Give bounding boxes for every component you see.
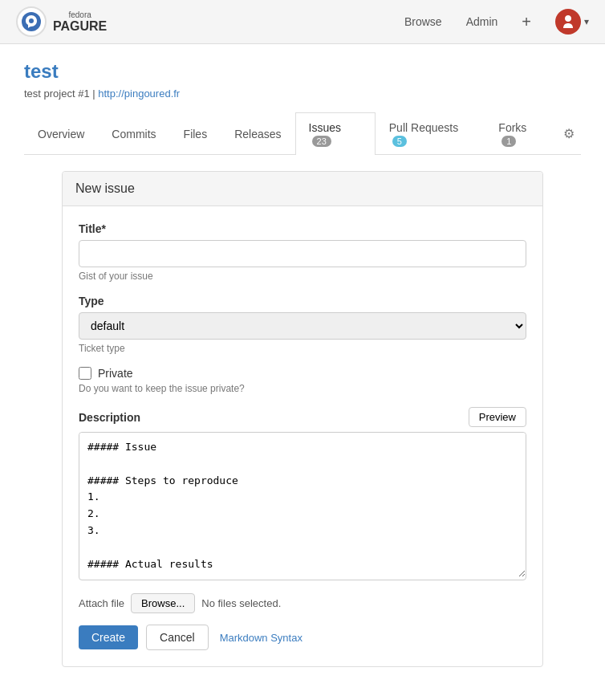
card-header: New issue (63, 172, 542, 206)
type-group: Type default Ticket type (79, 295, 526, 354)
action-row: Create Cancel Markdown Syntax (79, 625, 526, 650)
settings-gear-icon[interactable]: ⚙ (557, 120, 581, 148)
forks-badge: 1 (501, 136, 516, 147)
tabs-bar: Overview Commits Files Releases Issues 2… (24, 112, 581, 155)
avatar (555, 9, 581, 35)
description-group: Description Preview ##### Issue ##### St… (79, 407, 526, 580)
card-body: Title* Gist of your issue Type default T… (63, 206, 542, 666)
description-textarea[interactable]: ##### Issue ##### Steps to reproduce 1. … (79, 433, 526, 577)
browse-button[interactable]: Browse... (131, 593, 195, 613)
title-label: Title* (79, 222, 526, 235)
cancel-button[interactable]: Cancel (146, 625, 209, 650)
tab-overview[interactable]: Overview (24, 119, 98, 149)
project-title: test (24, 60, 581, 83)
logo-pagure-text: PAGURE (53, 19, 107, 34)
header: fedora PAGURE Browse Admin + ▾ (0, 0, 605, 44)
tab-files[interactable]: Files (170, 119, 221, 149)
tab-releases[interactable]: Releases (221, 119, 294, 149)
nav-plus-icon[interactable]: + (522, 13, 531, 31)
tab-issues[interactable]: Issues 23 (295, 112, 376, 155)
private-checkbox-row: Private (79, 367, 526, 380)
title-input[interactable] (79, 240, 526, 267)
markdown-link[interactable]: Markdown Syntax (220, 632, 302, 644)
private-help: Do you want to keep the issue private? (79, 383, 526, 394)
pullrequests-badge: 5 (392, 136, 407, 147)
project-meta-text: test project #1 (24, 88, 90, 100)
tab-pullrequests[interactable]: Pull Requests 5 (376, 112, 485, 155)
tab-forks[interactable]: Forks 1 (485, 112, 557, 155)
header-nav: Browse Admin + ▾ (404, 9, 589, 35)
new-issue-card: New issue Title* Gist of your issue Type… (62, 171, 543, 667)
attach-label: Attach file (79, 597, 124, 609)
user-menu[interactable]: ▾ (555, 9, 589, 35)
description-textarea-wrap: ##### Issue ##### Steps to reproduce 1. … (79, 432, 526, 580)
svg-point-1 (29, 18, 34, 23)
description-header: Description Preview (79, 407, 526, 427)
title-group: Title* Gist of your issue (79, 222, 526, 282)
title-help: Gist of your issue (79, 271, 526, 282)
user-dropdown-icon[interactable]: ▾ (584, 16, 589, 27)
project-meta: test project #1 | http://pingoured.fr (24, 88, 581, 100)
private-label: Private (98, 367, 133, 380)
type-label: Type (79, 295, 526, 307)
preview-button[interactable]: Preview (469, 407, 526, 427)
create-button[interactable]: Create (79, 625, 138, 649)
no-file-text: No files selected. (201, 597, 281, 609)
logo-icon (16, 6, 47, 37)
logo-fedora-text: fedora (68, 10, 91, 19)
type-help: Ticket type (79, 343, 526, 354)
main-content: test test project #1 | http://pingoured.… (0, 44, 605, 683)
description-label: Description (79, 411, 140, 424)
private-checkbox[interactable] (79, 367, 91, 380)
nav-browse[interactable]: Browse (404, 15, 442, 28)
issues-badge: 23 (312, 136, 331, 147)
project-meta-link[interactable]: http://pingoured.fr (98, 88, 180, 100)
logo: fedora PAGURE (16, 6, 107, 37)
type-select[interactable]: default (79, 312, 526, 340)
tab-commits[interactable]: Commits (98, 119, 169, 149)
nav-admin[interactable]: Admin (466, 15, 498, 28)
attach-row: Attach file Browse... No files selected. (79, 593, 526, 613)
private-group: Private Do you want to keep the issue pr… (79, 367, 526, 394)
